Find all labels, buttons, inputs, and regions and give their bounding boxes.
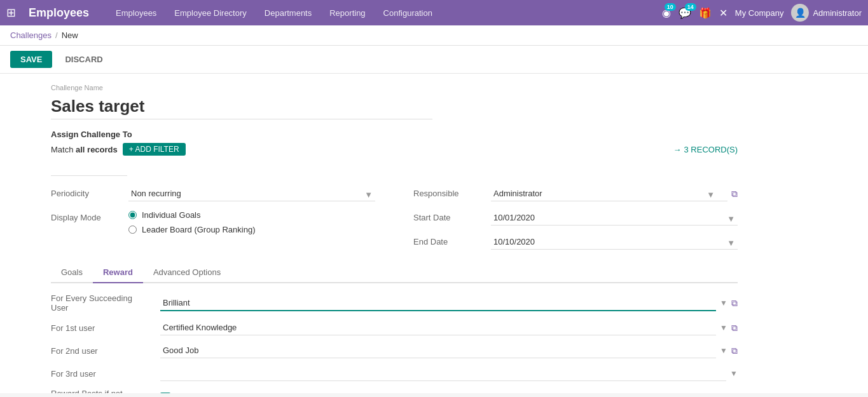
breadcrumb-current: New bbox=[62, 30, 78, 40]
save-button[interactable]: SAVE bbox=[10, 51, 52, 68]
breadcrumb: Challenges / New bbox=[0, 25, 868, 46]
every-succeeding-row: For Every SucceedingUser Brilliant ▼ ⧉ bbox=[51, 293, 738, 313]
end-date-input[interactable] bbox=[491, 234, 738, 250]
arrow-icon: → bbox=[673, 145, 681, 154]
nav-icons: ◉ 10 💬 14 🎁 ✕ My Company 👤 Administrator bbox=[662, 4, 862, 22]
third-user-chevron-icon: ▼ bbox=[730, 369, 738, 378]
first-user-select[interactable]: Certified Knowledge bbox=[160, 320, 716, 335]
reward-bests-checkbox-wrap bbox=[160, 393, 170, 394]
breadcrumb-parent[interactable]: Challenges bbox=[10, 30, 52, 40]
every-succeeding-chevron-icon: ▼ bbox=[720, 299, 727, 307]
periodicity-value: Non recurring Daily Weekly Monthly ▼ bbox=[128, 186, 375, 201]
third-user-label: For 3rd user bbox=[51, 369, 153, 379]
radio-individual-label: Individual Goals bbox=[142, 210, 201, 220]
end-date-wrap: ▼ bbox=[491, 234, 738, 250]
end-date-row: End Date ▼ bbox=[413, 234, 738, 250]
left-fields: Periodicity Non recurring Daily Weekly M… bbox=[51, 186, 375, 250]
add-filter-button[interactable]: + ADD FILTER bbox=[123, 143, 186, 156]
first-user-chevron-icon: ▼ bbox=[720, 323, 727, 332]
every-succeeding-value-wrap: Brilliant ▼ ⧉ bbox=[160, 295, 738, 311]
fields-grid: Periodicity Non recurring Daily Weekly M… bbox=[51, 186, 738, 250]
every-succeeding-label: For Every SucceedingUser bbox=[51, 293, 153, 313]
form-container: Challenge Name Assign Challenge To Match… bbox=[0, 74, 868, 393]
tab-reward[interactable]: Reward bbox=[93, 262, 143, 283]
gift-icon-btn[interactable]: 🎁 bbox=[699, 7, 712, 19]
reward-bests-checkbox[interactable] bbox=[160, 393, 170, 394]
page-wrapper: ⊞ Employees Employees Employee Directory… bbox=[0, 0, 868, 397]
company-name[interactable]: My Company bbox=[735, 8, 784, 18]
records-link[interactable]: → 3 RECORD(S) bbox=[673, 145, 738, 154]
tab-advanced-options[interactable]: Advanced Options bbox=[143, 262, 231, 283]
match-bold: all records bbox=[76, 145, 118, 154]
second-user-select[interactable]: Good Job bbox=[160, 343, 716, 358]
radio-individual-input[interactable] bbox=[128, 211, 137, 219]
third-user-value-wrap: ▼ bbox=[160, 366, 738, 381]
reward-section: For Every SucceedingUser Brilliant ▼ ⧉ F… bbox=[51, 293, 738, 393]
first-user-ext-link-icon[interactable]: ⧉ bbox=[731, 323, 738, 333]
second-user-value-wrap: Good Job ▼ ⧉ bbox=[160, 343, 738, 358]
clock-icon-btn[interactable]: ◉ 10 bbox=[662, 7, 671, 19]
responsible-value-wrap: Administrator ▼ ⧉ bbox=[491, 186, 738, 201]
nav-employees[interactable]: Employees bbox=[112, 6, 160, 20]
every-succeeding-select[interactable]: Brilliant bbox=[160, 295, 716, 311]
second-user-label: For 2nd user bbox=[51, 346, 153, 356]
responsible-ext-link-icon[interactable]: ⧉ bbox=[731, 189, 738, 199]
start-date-label: Start Date bbox=[413, 210, 483, 222]
third-user-row: For 3rd user ▼ bbox=[51, 366, 738, 381]
radio-leaderboard[interactable]: Leader Board (Group Ranking) bbox=[128, 225, 256, 234]
responsible-select-wrap: Administrator ▼ bbox=[491, 186, 727, 201]
start-date-input[interactable] bbox=[491, 210, 738, 225]
first-user-value-wrap: Certified Knowledge ▼ ⧉ bbox=[160, 320, 738, 335]
app-title: Employees bbox=[29, 6, 89, 20]
radio-leaderboard-input[interactable] bbox=[128, 225, 137, 234]
records-count: 3 RECORD(S) bbox=[684, 145, 738, 154]
responsible-row: Responsible Administrator ▼ ⧉ bbox=[413, 186, 738, 201]
responsible-select[interactable]: Administrator bbox=[491, 186, 727, 201]
nav-employee-directory[interactable]: Employee Directory bbox=[170, 6, 250, 20]
first-user-row: For 1st user Certified Knowledge ▼ ⧉ bbox=[51, 320, 738, 335]
discard-button[interactable]: DISCARD bbox=[57, 51, 110, 68]
form-inner: Challenge Name Assign Challenge To Match… bbox=[0, 74, 789, 393]
second-user-row: For 2nd user Good Job ▼ ⧉ bbox=[51, 343, 738, 358]
every-succeeding-ext-link-icon[interactable]: ⧉ bbox=[731, 298, 738, 309]
grid-menu-icon[interactable]: ⊞ bbox=[6, 6, 16, 20]
right-fields: Responsible Administrator ▼ ⧉ bbox=[413, 186, 738, 250]
display-mode-row: Display Mode Individual Goals Leader Boa… bbox=[51, 210, 375, 234]
radio-individual[interactable]: Individual Goals bbox=[128, 210, 256, 220]
second-user-ext-link-icon[interactable]: ⧉ bbox=[731, 346, 738, 356]
assign-title: Assign Challenge To bbox=[51, 130, 738, 139]
top-nav: ⊞ Employees Employees Employee Directory… bbox=[0, 0, 868, 25]
radio-leaderboard-label: Leader Board (Group Ranking) bbox=[142, 225, 256, 234]
match-text: Match all records bbox=[51, 145, 118, 154]
admin-avatar-btn[interactable]: 👤 Administrator bbox=[791, 4, 862, 22]
chat-icon-btn[interactable]: 💬 14 bbox=[679, 7, 691, 19]
responsible-label: Responsible bbox=[413, 186, 483, 198]
tabs-bar: Goals Reward Advanced Options bbox=[51, 262, 738, 283]
challenge-name-input[interactable] bbox=[51, 94, 432, 119]
filter-row bbox=[51, 161, 738, 176]
breadcrumb-separator: / bbox=[55, 30, 58, 40]
nav-configuration[interactable]: Configuration bbox=[380, 6, 436, 20]
start-date-wrap: ▼ bbox=[491, 210, 738, 225]
chat-badge: 14 bbox=[685, 3, 696, 11]
periodicity-row: Periodicity Non recurring Daily Weekly M… bbox=[51, 186, 375, 201]
assign-row: Match all records + ADD FILTER → 3 RECOR… bbox=[51, 143, 738, 156]
close-icon-btn[interactable]: ✕ bbox=[719, 7, 727, 19]
reward-bests-row: Reward Bests if notSucceeded? bbox=[51, 389, 738, 393]
third-user-select[interactable] bbox=[160, 366, 726, 381]
clock-badge: 10 bbox=[665, 3, 676, 11]
nav-reporting[interactable]: Reporting bbox=[326, 6, 369, 20]
first-user-label: For 1st user bbox=[51, 323, 153, 333]
challenge-name-label: Challenge Name bbox=[51, 84, 738, 91]
tab-goals[interactable]: Goals bbox=[51, 262, 93, 283]
periodicity-label: Periodicity bbox=[51, 186, 121, 198]
admin-name: Administrator bbox=[813, 8, 862, 18]
reward-bests-label: Reward Bests if notSucceeded? bbox=[51, 389, 153, 393]
start-date-row: Start Date ▼ bbox=[413, 210, 738, 225]
display-mode-label: Display Mode bbox=[51, 210, 121, 222]
periodicity-select[interactable]: Non recurring Daily Weekly Monthly bbox=[128, 186, 375, 201]
end-date-label: End Date bbox=[413, 234, 483, 246]
nav-departments[interactable]: Departments bbox=[261, 6, 315, 20]
filter-dropdown[interactable] bbox=[51, 161, 127, 176]
display-mode-options: Individual Goals Leader Board (Group Ran… bbox=[128, 210, 256, 234]
